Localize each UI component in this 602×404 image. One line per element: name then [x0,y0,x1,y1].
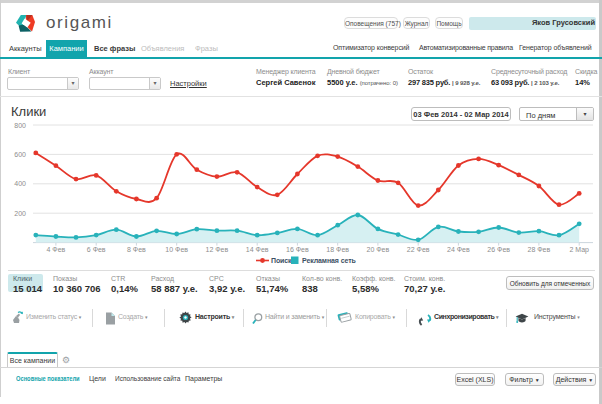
svg-text:2 Мар: 2 Мар [569,246,589,254]
svg-text:4 Фев: 4 Фев [47,246,66,253]
svg-text:22 Фев: 22 Фев [407,246,430,253]
svg-text:12 Фев: 12 Фев [206,246,229,253]
svg-text:6 Фев: 6 Фев [87,246,106,253]
svg-text:8 Фев: 8 Фев [127,246,146,253]
svg-text:20 Фев: 20 Фев [367,246,390,253]
svg-text:400: 400 [14,180,26,187]
svg-text:26 Фев: 26 Фев [487,246,510,253]
svg-text:Рекламная сеть: Рекламная сеть [302,257,356,264]
svg-text:800: 800 [14,122,26,129]
svg-text:200: 200 [14,210,26,217]
svg-text:24 Фев: 24 Фев [447,246,470,253]
svg-text:14 Фев: 14 Фев [246,246,269,253]
svg-text:Поиск: Поиск [271,257,292,264]
svg-text:28 Фев: 28 Фев [528,246,551,253]
svg-text:16 Фев: 16 Фев [286,246,309,253]
svg-text:18 Фев: 18 Фев [326,246,349,253]
svg-text:600: 600 [14,151,26,158]
svg-text:10 Фев: 10 Фев [165,246,188,253]
